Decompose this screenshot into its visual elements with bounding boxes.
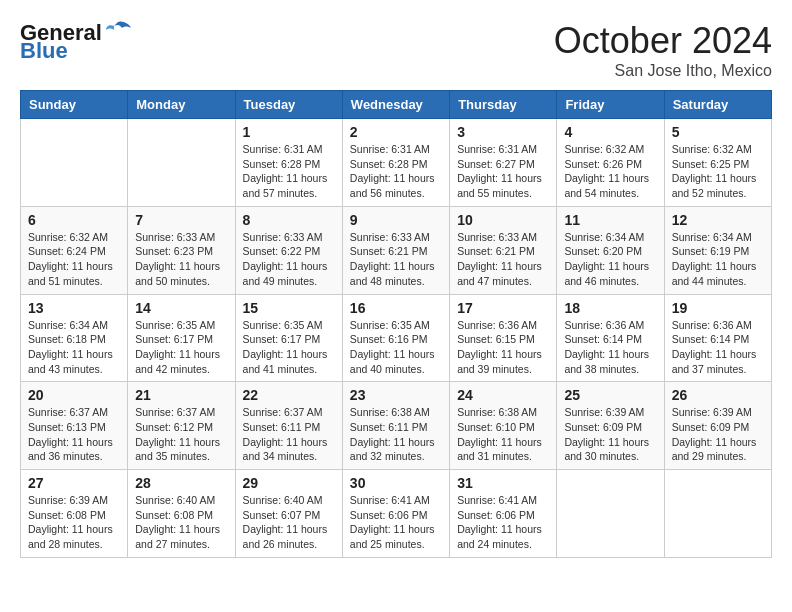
calendar-cell xyxy=(557,470,664,558)
weekday-header: Wednesday xyxy=(342,91,449,119)
day-info: Sunrise: 6:41 AM Sunset: 6:06 PM Dayligh… xyxy=(457,493,549,552)
day-number: 3 xyxy=(457,124,549,140)
calendar-cell: 2Sunrise: 6:31 AM Sunset: 6:28 PM Daylig… xyxy=(342,119,449,207)
calendar-week-row: 1Sunrise: 6:31 AM Sunset: 6:28 PM Daylig… xyxy=(21,119,772,207)
day-info: Sunrise: 6:33 AM Sunset: 6:22 PM Dayligh… xyxy=(243,230,335,289)
day-info: Sunrise: 6:34 AM Sunset: 6:20 PM Dayligh… xyxy=(564,230,656,289)
calendar-cell: 26Sunrise: 6:39 AM Sunset: 6:09 PM Dayli… xyxy=(664,382,771,470)
day-number: 1 xyxy=(243,124,335,140)
day-info: Sunrise: 6:38 AM Sunset: 6:10 PM Dayligh… xyxy=(457,405,549,464)
day-number: 29 xyxy=(243,475,335,491)
day-number: 4 xyxy=(564,124,656,140)
page-header: General Blue October 2024 San Jose Itho,… xyxy=(20,20,772,80)
day-number: 18 xyxy=(564,300,656,316)
day-number: 6 xyxy=(28,212,120,228)
day-info: Sunrise: 6:31 AM Sunset: 6:28 PM Dayligh… xyxy=(243,142,335,201)
day-info: Sunrise: 6:37 AM Sunset: 6:11 PM Dayligh… xyxy=(243,405,335,464)
calendar-week-row: 6Sunrise: 6:32 AM Sunset: 6:24 PM Daylig… xyxy=(21,206,772,294)
day-number: 13 xyxy=(28,300,120,316)
day-info: Sunrise: 6:36 AM Sunset: 6:15 PM Dayligh… xyxy=(457,318,549,377)
calendar-cell xyxy=(664,470,771,558)
day-info: Sunrise: 6:31 AM Sunset: 6:28 PM Dayligh… xyxy=(350,142,442,201)
day-info: Sunrise: 6:31 AM Sunset: 6:27 PM Dayligh… xyxy=(457,142,549,201)
day-number: 21 xyxy=(135,387,227,403)
day-info: Sunrise: 6:39 AM Sunset: 6:09 PM Dayligh… xyxy=(564,405,656,464)
day-info: Sunrise: 6:32 AM Sunset: 6:24 PM Dayligh… xyxy=(28,230,120,289)
day-number: 11 xyxy=(564,212,656,228)
month-title: October 2024 xyxy=(554,20,772,62)
day-number: 12 xyxy=(672,212,764,228)
day-number: 7 xyxy=(135,212,227,228)
day-number: 31 xyxy=(457,475,549,491)
calendar-cell: 29Sunrise: 6:40 AM Sunset: 6:07 PM Dayli… xyxy=(235,470,342,558)
calendar-cell: 14Sunrise: 6:35 AM Sunset: 6:17 PM Dayli… xyxy=(128,294,235,382)
weekday-header: Thursday xyxy=(450,91,557,119)
title-section: October 2024 San Jose Itho, Mexico xyxy=(554,20,772,80)
day-info: Sunrise: 6:33 AM Sunset: 6:23 PM Dayligh… xyxy=(135,230,227,289)
day-info: Sunrise: 6:39 AM Sunset: 6:08 PM Dayligh… xyxy=(28,493,120,552)
day-number: 5 xyxy=(672,124,764,140)
calendar-cell: 15Sunrise: 6:35 AM Sunset: 6:17 PM Dayli… xyxy=(235,294,342,382)
day-number: 27 xyxy=(28,475,120,491)
day-info: Sunrise: 6:33 AM Sunset: 6:21 PM Dayligh… xyxy=(457,230,549,289)
calendar-cell: 1Sunrise: 6:31 AM Sunset: 6:28 PM Daylig… xyxy=(235,119,342,207)
calendar-week-row: 13Sunrise: 6:34 AM Sunset: 6:18 PM Dayli… xyxy=(21,294,772,382)
logo-bird-icon xyxy=(104,20,132,42)
calendar-cell: 28Sunrise: 6:40 AM Sunset: 6:08 PM Dayli… xyxy=(128,470,235,558)
day-number: 2 xyxy=(350,124,442,140)
day-info: Sunrise: 6:37 AM Sunset: 6:13 PM Dayligh… xyxy=(28,405,120,464)
day-info: Sunrise: 6:37 AM Sunset: 6:12 PM Dayligh… xyxy=(135,405,227,464)
calendar-cell: 4Sunrise: 6:32 AM Sunset: 6:26 PM Daylig… xyxy=(557,119,664,207)
day-info: Sunrise: 6:38 AM Sunset: 6:11 PM Dayligh… xyxy=(350,405,442,464)
day-number: 10 xyxy=(457,212,549,228)
weekday-header: Tuesday xyxy=(235,91,342,119)
calendar-cell: 9Sunrise: 6:33 AM Sunset: 6:21 PM Daylig… xyxy=(342,206,449,294)
day-info: Sunrise: 6:35 AM Sunset: 6:16 PM Dayligh… xyxy=(350,318,442,377)
calendar-header-row: SundayMondayTuesdayWednesdayThursdayFrid… xyxy=(21,91,772,119)
day-number: 16 xyxy=(350,300,442,316)
calendar-cell: 18Sunrise: 6:36 AM Sunset: 6:14 PM Dayli… xyxy=(557,294,664,382)
day-number: 17 xyxy=(457,300,549,316)
calendar-cell: 19Sunrise: 6:36 AM Sunset: 6:14 PM Dayli… xyxy=(664,294,771,382)
day-info: Sunrise: 6:36 AM Sunset: 6:14 PM Dayligh… xyxy=(672,318,764,377)
weekday-header: Monday xyxy=(128,91,235,119)
calendar-cell: 25Sunrise: 6:39 AM Sunset: 6:09 PM Dayli… xyxy=(557,382,664,470)
day-number: 22 xyxy=(243,387,335,403)
day-number: 24 xyxy=(457,387,549,403)
day-number: 8 xyxy=(243,212,335,228)
day-info: Sunrise: 6:39 AM Sunset: 6:09 PM Dayligh… xyxy=(672,405,764,464)
day-number: 25 xyxy=(564,387,656,403)
day-number: 28 xyxy=(135,475,227,491)
weekday-header: Saturday xyxy=(664,91,771,119)
calendar-cell: 3Sunrise: 6:31 AM Sunset: 6:27 PM Daylig… xyxy=(450,119,557,207)
day-number: 30 xyxy=(350,475,442,491)
calendar-cell: 30Sunrise: 6:41 AM Sunset: 6:06 PM Dayli… xyxy=(342,470,449,558)
day-info: Sunrise: 6:34 AM Sunset: 6:18 PM Dayligh… xyxy=(28,318,120,377)
day-info: Sunrise: 6:40 AM Sunset: 6:08 PM Dayligh… xyxy=(135,493,227,552)
day-number: 19 xyxy=(672,300,764,316)
day-number: 20 xyxy=(28,387,120,403)
calendar-cell: 17Sunrise: 6:36 AM Sunset: 6:15 PM Dayli… xyxy=(450,294,557,382)
day-number: 15 xyxy=(243,300,335,316)
calendar-cell: 20Sunrise: 6:37 AM Sunset: 6:13 PM Dayli… xyxy=(21,382,128,470)
calendar-table: SundayMondayTuesdayWednesdayThursdayFrid… xyxy=(20,90,772,558)
day-number: 26 xyxy=(672,387,764,403)
calendar-week-row: 20Sunrise: 6:37 AM Sunset: 6:13 PM Dayli… xyxy=(21,382,772,470)
day-info: Sunrise: 6:32 AM Sunset: 6:25 PM Dayligh… xyxy=(672,142,764,201)
weekday-header: Sunday xyxy=(21,91,128,119)
day-number: 14 xyxy=(135,300,227,316)
logo: General Blue xyxy=(20,20,132,64)
calendar-cell: 12Sunrise: 6:34 AM Sunset: 6:19 PM Dayli… xyxy=(664,206,771,294)
day-info: Sunrise: 6:41 AM Sunset: 6:06 PM Dayligh… xyxy=(350,493,442,552)
weekday-header: Friday xyxy=(557,91,664,119)
day-info: Sunrise: 6:33 AM Sunset: 6:21 PM Dayligh… xyxy=(350,230,442,289)
location-subtitle: San Jose Itho, Mexico xyxy=(554,62,772,80)
calendar-cell: 10Sunrise: 6:33 AM Sunset: 6:21 PM Dayli… xyxy=(450,206,557,294)
calendar-cell: 8Sunrise: 6:33 AM Sunset: 6:22 PM Daylig… xyxy=(235,206,342,294)
day-number: 9 xyxy=(350,212,442,228)
calendar-cell: 6Sunrise: 6:32 AM Sunset: 6:24 PM Daylig… xyxy=(21,206,128,294)
calendar-cell xyxy=(128,119,235,207)
day-info: Sunrise: 6:35 AM Sunset: 6:17 PM Dayligh… xyxy=(243,318,335,377)
calendar-cell: 21Sunrise: 6:37 AM Sunset: 6:12 PM Dayli… xyxy=(128,382,235,470)
day-info: Sunrise: 6:34 AM Sunset: 6:19 PM Dayligh… xyxy=(672,230,764,289)
